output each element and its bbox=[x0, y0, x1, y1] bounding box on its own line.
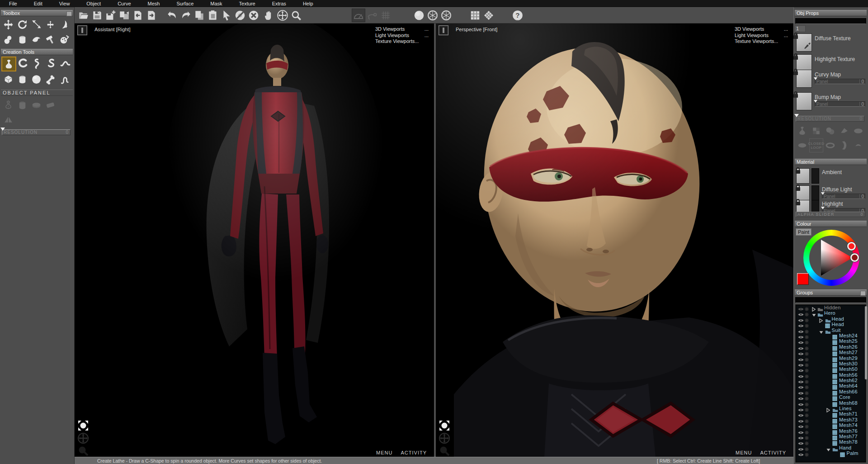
group-row-mesh74[interactable]: Mesh74 bbox=[796, 422, 866, 428]
viewport-link-texture-viewports-[interactable]: Texture Viewports... bbox=[375, 38, 429, 45]
group-label[interactable]: Hero bbox=[824, 310, 835, 316]
protractor-icon[interactable] bbox=[352, 9, 365, 22]
visibility-eye-icon[interactable] bbox=[798, 450, 804, 459]
move-view-icon[interactable] bbox=[276, 9, 289, 22]
paste-icon[interactable] bbox=[206, 9, 220, 22]
group-label[interactable]: Mesh27 bbox=[839, 350, 858, 355]
viewport-link-label[interactable]: Texture Viewports... bbox=[375, 38, 419, 45]
ring-ghost-icon[interactable] bbox=[823, 138, 837, 152]
lasso-icon[interactable] bbox=[365, 9, 379, 22]
group-label[interactable]: Mesh76 bbox=[839, 428, 858, 434]
group-row-mesh68[interactable]: Mesh68 bbox=[796, 400, 866, 406]
menu-object[interactable]: Object bbox=[86, 0, 101, 7]
pan-hand-icon[interactable] bbox=[262, 9, 276, 22]
curvy-map-row[interactable]: Curvy Map Panel 0 bbox=[794, 70, 868, 91]
group-row-mesh73[interactable]: Mesh73 bbox=[796, 417, 866, 422]
group-row-lines[interactable]: Lines bbox=[796, 406, 866, 411]
viewport-activity-button[interactable]: ACTIVITY bbox=[401, 450, 427, 455]
undo-icon[interactable] bbox=[165, 9, 179, 22]
slab-ghost-icon[interactable] bbox=[43, 98, 57, 112]
pyramid-ghost-icon[interactable] bbox=[1, 113, 15, 127]
resolution-slider[interactable]: RESOLUTION 0 bbox=[2, 129, 71, 135]
bump-map-row[interactable]: Bump Map Panel 0 bbox=[794, 92, 868, 114]
group-row-hand[interactable]: Hand bbox=[796, 445, 866, 450]
group-row-mesh24[interactable]: Mesh24 bbox=[796, 333, 866, 338]
menu-mesh[interactable]: Mesh bbox=[148, 0, 160, 7]
cube-tool-icon[interactable] bbox=[1, 72, 15, 86]
viewport-mode-icon[interactable] bbox=[439, 25, 448, 35]
nudge-tool-icon[interactable] bbox=[43, 18, 57, 32]
menu-surface[interactable]: Surface bbox=[176, 0, 193, 7]
wire-sphere-icon[interactable] bbox=[426, 9, 439, 22]
bump-map-slider[interactable]: Panel 0 bbox=[815, 101, 865, 107]
group-row-mesh26[interactable]: Mesh26 bbox=[796, 344, 866, 350]
group-row-mesh62[interactable]: Mesh62 bbox=[796, 378, 866, 383]
menu-edit[interactable]: Edit bbox=[34, 0, 42, 7]
fold-ghost-icon[interactable] bbox=[837, 124, 851, 138]
pan-camera-icon[interactable] bbox=[77, 432, 89, 444]
menu-file[interactable]: File bbox=[9, 0, 17, 7]
smudge-tool-icon[interactable] bbox=[29, 33, 43, 47]
group-row-suit[interactable]: Suit bbox=[796, 327, 866, 333]
closed-loop-button[interactable]: CLOSED LOOP bbox=[809, 138, 823, 152]
diffuse-light-color-swatch[interactable] bbox=[811, 185, 819, 201]
diffuse-light-slider[interactable]: Panel 0 bbox=[822, 194, 865, 199]
group-row-mesh50[interactable]: Mesh50 bbox=[796, 366, 866, 372]
lathe-tool-icon[interactable] bbox=[1, 57, 16, 71]
select-cursor-icon[interactable] bbox=[220, 9, 233, 22]
texture-diamond-icon[interactable] bbox=[482, 9, 495, 22]
group-label[interactable]: Mesh71 bbox=[839, 411, 858, 417]
no-entry-icon[interactable] bbox=[233, 9, 247, 22]
group-row-mesh64[interactable]: Mesh64 bbox=[796, 383, 866, 388]
alpha-slider[interactable]: ALPHA SLIDER 0 bbox=[796, 212, 865, 217]
viewport-menu-button[interactable]: MENU bbox=[376, 450, 392, 455]
viewport-link-label[interactable]: 3D Viewports bbox=[375, 26, 405, 33]
pan-camera-icon[interactable] bbox=[439, 432, 450, 444]
zoom-view-icon[interactable] bbox=[289, 9, 303, 22]
group-row-mesh66[interactable]: Mesh66 bbox=[796, 389, 866, 394]
toolbox-collapse-button[interactable] bbox=[66, 11, 72, 16]
grid-snap-icon[interactable] bbox=[379, 9, 392, 22]
group-row-mesh25[interactable]: Mesh25 bbox=[796, 338, 866, 344]
group-label[interactable]: Mesh50 bbox=[839, 366, 858, 372]
group-label[interactable]: Mesh24 bbox=[839, 333, 858, 338]
group-label[interactable]: Mesh68 bbox=[839, 400, 858, 406]
group-label[interactable]: Mesh64 bbox=[839, 383, 858, 388]
sv-selector-ring[interactable] bbox=[850, 253, 859, 262]
group-label[interactable]: Head bbox=[832, 322, 844, 327]
paint-mode-selector[interactable]: Paint bbox=[796, 228, 811, 236]
save-icon[interactable] bbox=[90, 9, 104, 22]
group-label[interactable]: Mesh56 bbox=[839, 372, 858, 378]
orbit-camera-icon[interactable] bbox=[77, 420, 89, 431]
menu-mask[interactable]: Mask bbox=[210, 0, 222, 7]
group-label[interactable]: Suit bbox=[832, 327, 841, 333]
rotate-tool-icon[interactable] bbox=[15, 18, 29, 32]
orbit-camera-icon[interactable] bbox=[439, 420, 450, 431]
group-label[interactable]: Mesh26 bbox=[839, 344, 858, 350]
sphere-tool-icon[interactable] bbox=[29, 72, 43, 86]
group-row-head[interactable]: Head bbox=[796, 316, 866, 322]
group-row-mesh27[interactable]: Mesh27 bbox=[796, 350, 866, 355]
wire-sphere2-icon[interactable] bbox=[439, 9, 453, 22]
roller-tool-icon[interactable] bbox=[15, 33, 29, 47]
group-label[interactable]: Hand bbox=[839, 445, 852, 450]
texture-grid-icon[interactable] bbox=[468, 9, 482, 22]
character-render-head[interactable] bbox=[436, 24, 793, 457]
cylinder-tool-icon[interactable] bbox=[15, 72, 29, 86]
group-label[interactable]: Lines bbox=[839, 406, 852, 411]
knot-ghost-icon[interactable] bbox=[851, 138, 865, 152]
tree-scrollbar[interactable] bbox=[865, 306, 867, 379]
menu-view[interactable]: View bbox=[59, 0, 70, 7]
copy-icon[interactable] bbox=[193, 9, 206, 22]
group-label[interactable]: Palm bbox=[847, 450, 859, 456]
zoom-camera-icon[interactable] bbox=[77, 445, 89, 457]
s-curve-tool-icon[interactable] bbox=[44, 57, 58, 71]
groups-filter-field[interactable] bbox=[795, 297, 866, 303]
viewport-title[interactable]: Assistant [Right] bbox=[94, 27, 130, 32]
cylinder-ghost-icon[interactable] bbox=[15, 98, 29, 112]
group-label[interactable]: Mesh62 bbox=[839, 378, 858, 383]
bend-ghost-icon[interactable] bbox=[837, 138, 851, 152]
checker-ghost-icon[interactable] bbox=[809, 124, 823, 138]
help-icon[interactable]: ? bbox=[511, 9, 524, 22]
group-row-palm[interactable]: Palm bbox=[796, 450, 866, 456]
